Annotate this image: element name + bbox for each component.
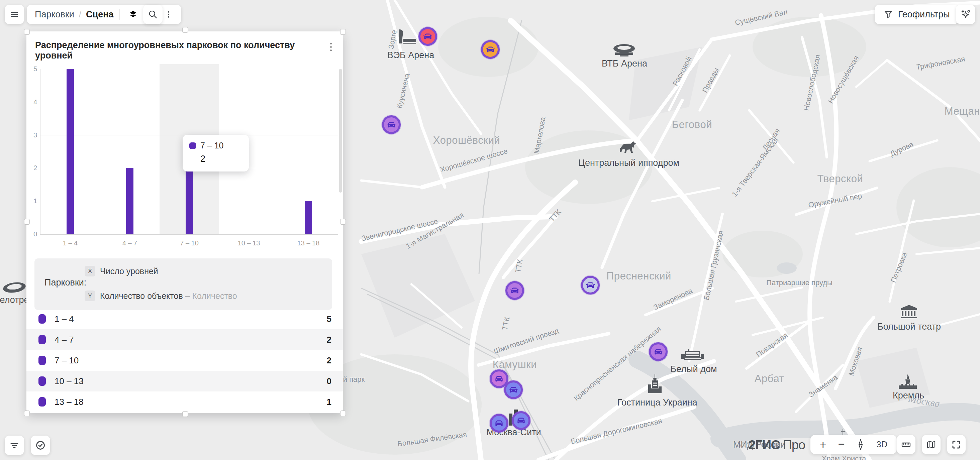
category-row[interactable]: 7 – 102 bbox=[26, 350, 343, 371]
parking-marker[interactable] bbox=[382, 115, 401, 134]
panel-menu-button[interactable] bbox=[325, 41, 337, 53]
logo-brand: 2ГИС bbox=[749, 438, 780, 452]
tooltip-value: 2 bbox=[200, 154, 242, 164]
ruler-icon bbox=[901, 439, 912, 450]
breadcrumb-parent[interactable]: Парковки bbox=[35, 10, 74, 20]
compass-needle-icon[interactable] bbox=[857, 439, 865, 450]
row-swatch bbox=[38, 314, 46, 324]
3d-toggle-button[interactable]: 3D bbox=[876, 439, 887, 450]
search-icon bbox=[148, 9, 158, 20]
analytics-panel: Распределение многоуровневых парковок по… bbox=[26, 32, 343, 413]
x-axis-tick: 1 – 4 bbox=[63, 240, 78, 247]
y-axis-tick: 2 bbox=[27, 164, 37, 172]
row-swatch bbox=[38, 376, 46, 386]
y-axis-tick: 4 bbox=[27, 98, 37, 106]
bar-7 – 10[interactable] bbox=[186, 168, 193, 234]
y-axis-tick: 1 bbox=[27, 197, 37, 205]
fullscreen-button[interactable] bbox=[947, 435, 966, 454]
y-axis-tick: 3 bbox=[27, 131, 37, 139]
x-axis-tick: 13 – 18 bbox=[298, 240, 320, 247]
y-axis-label: Количество объектов – Количество bbox=[100, 291, 237, 301]
app-logo: 2ГИСПро bbox=[749, 438, 805, 452]
gridline bbox=[40, 102, 338, 102]
map-filter-button[interactable] bbox=[5, 436, 24, 455]
panel-resize-handle-w[interactable] bbox=[24, 219, 30, 225]
chart-tooltip: 7 – 10 2 bbox=[183, 135, 249, 171]
y-axis-badge: Y bbox=[84, 290, 95, 301]
row-swatch bbox=[38, 335, 46, 344]
map-zoom-controls: + − 3D bbox=[810, 435, 897, 454]
parking-marker[interactable] bbox=[581, 276, 600, 295]
category-row[interactable]: 4 – 72 bbox=[26, 329, 343, 350]
x-axis-tick: 7 – 10 bbox=[180, 240, 199, 247]
y-axis-tick: 0 bbox=[27, 230, 37, 238]
row-swatch bbox=[38, 356, 46, 365]
geofilters-button[interactable]: Геофильтры bbox=[875, 5, 959, 24]
row-label: 4 – 7 bbox=[54, 335, 74, 345]
basemap-button[interactable] bbox=[922, 435, 940, 454]
layers-icon bbox=[128, 9, 138, 20]
parking-marker[interactable] bbox=[649, 342, 668, 361]
row-label: 10 – 13 bbox=[54, 376, 84, 387]
bar-4 – 7[interactable] bbox=[126, 168, 134, 234]
row-swatch bbox=[38, 397, 46, 406]
parking-marker[interactable] bbox=[512, 411, 530, 430]
x-axis-label: Число уровней bbox=[100, 266, 158, 276]
row-value: 1 bbox=[327, 397, 331, 407]
panel-resize-handle-e[interactable] bbox=[340, 219, 346, 225]
chart-legend: Парковки: X Число уровней Y Количество о… bbox=[35, 259, 332, 310]
category-row[interactable]: 1 – 45 bbox=[26, 309, 343, 329]
logo-suffix: Про bbox=[783, 438, 805, 452]
zoom-in-button[interactable]: + bbox=[820, 439, 826, 450]
time-machine-button[interactable] bbox=[31, 436, 50, 455]
y-axis-sublabel: – Количество bbox=[183, 291, 237, 301]
panel-resize-handle-se[interactable] bbox=[340, 411, 346, 416]
main-menu-button[interactable] bbox=[5, 5, 24, 24]
gridline bbox=[40, 69, 338, 69]
panel-resize-handle-ne[interactable] bbox=[340, 29, 346, 35]
hamburger-icon bbox=[10, 10, 19, 19]
zoom-out-button[interactable]: − bbox=[838, 438, 845, 450]
ruler-button[interactable] bbox=[897, 435, 915, 454]
row-label: 1 – 4 bbox=[54, 314, 74, 324]
clock-icon bbox=[35, 439, 46, 451]
sparkles-icon bbox=[960, 9, 971, 20]
category-row[interactable]: 10 – 130 bbox=[26, 371, 343, 392]
x-axis-tick: 10 – 13 bbox=[238, 240, 260, 247]
map-icon bbox=[926, 439, 937, 450]
kebab-icon bbox=[163, 9, 174, 20]
row-value: 5 bbox=[327, 314, 331, 324]
breadcrumb-current[interactable]: Сцена bbox=[86, 10, 113, 20]
filter-lines-icon bbox=[10, 440, 19, 450]
row-label: 13 – 18 bbox=[54, 397, 84, 407]
row-value: 0 bbox=[327, 376, 331, 387]
search-button[interactable] bbox=[143, 5, 162, 24]
tooltip-swatch bbox=[189, 143, 196, 149]
tooltip-label: 7 – 10 bbox=[200, 141, 224, 151]
bar-1 – 4[interactable] bbox=[67, 69, 74, 234]
panel-resize-handle-n[interactable] bbox=[182, 27, 188, 33]
row-label: 7 – 10 bbox=[54, 355, 79, 366]
panel-resize-handle-sw[interactable] bbox=[24, 411, 30, 416]
funnel-icon bbox=[883, 10, 893, 19]
parking-marker[interactable] bbox=[490, 414, 508, 433]
panel-resize-handle-nw[interactable] bbox=[24, 29, 30, 35]
layers-button[interactable] bbox=[126, 7, 140, 22]
toolbar-divider bbox=[119, 9, 120, 20]
scene-more-button[interactable] bbox=[161, 7, 176, 22]
category-rows: 1 – 454 – 727 – 10210 – 13013 – 181 bbox=[26, 309, 343, 412]
panel-scrollbar[interactable] bbox=[339, 69, 342, 193]
legend-dataset-label: Парковки: bbox=[45, 278, 86, 288]
parking-marker[interactable] bbox=[505, 281, 524, 300]
parking-marker[interactable] bbox=[481, 40, 500, 59]
ai-magic-button[interactable] bbox=[956, 5, 975, 24]
geofilters-label: Геофильтры bbox=[898, 10, 950, 20]
app-root: ХорошёвскийБеговойТверскойПресненскийАрб… bbox=[0, 0, 980, 460]
y-axis-tick: 5 bbox=[27, 65, 37, 73]
bar-13 – 18[interactable] bbox=[305, 201, 312, 234]
parking-marker[interactable] bbox=[418, 27, 437, 46]
category-row[interactable]: 13 – 181 bbox=[26, 392, 343, 412]
panel-title: Распределение многоуровневых парковок по… bbox=[35, 40, 323, 61]
parking-marker[interactable] bbox=[504, 381, 523, 399]
panel-resize-handle-s[interactable] bbox=[182, 411, 188, 417]
